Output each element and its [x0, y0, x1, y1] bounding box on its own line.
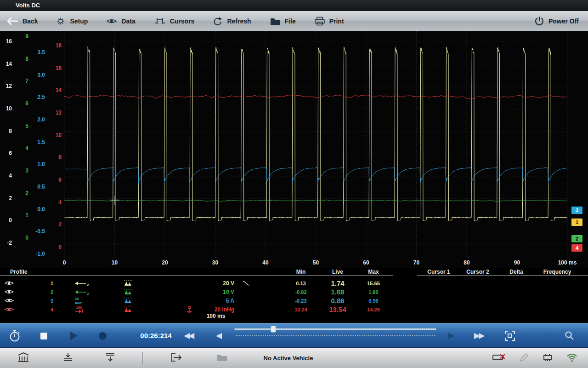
x-axis-label: 20: [151, 259, 179, 266]
x-axis-label: 0: [51, 259, 78, 266]
timer-icon[interactable]: [8, 329, 21, 344]
expand-view-icon[interactable]: [504, 330, 515, 343]
max-value: 15.65: [355, 279, 392, 288]
refresh-button[interactable]: Refresh: [213, 17, 251, 26]
active-vehicle-label: No Active Vehicle: [239, 348, 338, 368]
channel-scale[interactable]: 5 A: [198, 296, 234, 305]
scrub-track[interactable]: [234, 328, 436, 330]
channel-badge-2[interactable]: 2: [571, 235, 582, 242]
datalink-connector-icon[interactable]: [542, 353, 553, 364]
scope-plot[interactable]: [64, 31, 570, 259]
wifi-signal-icon[interactable]: [566, 352, 578, 364]
svg-text:2: 2: [87, 292, 89, 295]
live-value: 1.74: [319, 279, 356, 288]
channel-visibility-eye-icon[interactable]: [5, 296, 14, 305]
measurement-row-ch4: 4-10020 inHg13.2413.5414.28: [0, 305, 588, 314]
svg-text:-100: -100: [75, 305, 82, 310]
setup-button[interactable]: Setup: [56, 17, 88, 26]
channel-badge-1[interactable]: 1: [571, 218, 582, 226]
y-axis-label-ch3-amps: 3.5: [30, 49, 45, 56]
x-axis-label: 70: [403, 259, 430, 266]
y-axis-label-ch4-pressure: 0: [47, 244, 62, 250]
step-back-button[interactable]: ◀: [216, 331, 220, 340]
timebase-value[interactable]: 100 ms: [198, 311, 234, 320]
zoom-icon[interactable]: [564, 330, 575, 343]
max-value: 14.28: [355, 305, 392, 314]
peak-detect-icon[interactable]: [124, 279, 132, 288]
channel-number: 2: [48, 288, 56, 296]
channel-visibility-eye-icon[interactable]: [5, 288, 14, 296]
y-axis-label-ch2-volts: 7: [14, 78, 28, 84]
exit-to-scanner-button[interactable]: [171, 353, 183, 364]
status-bar: No Active Vehicle: [0, 348, 588, 368]
file-button[interactable]: File: [270, 17, 296, 25]
power-icon: [534, 16, 544, 26]
channel-scale[interactable]: 10 V: [198, 288, 234, 296]
scope-cursor-marker[interactable]: [110, 196, 119, 205]
channel-badge-4[interactable]: 4: [571, 244, 582, 252]
live-value: 1.68: [319, 288, 356, 296]
y-axis-label-ch4-pressure: 8: [47, 154, 62, 161]
trigger-marker-icon[interactable]: 2: [74, 288, 90, 296]
y-axis-label-ch2-volts: 3: [14, 167, 28, 174]
col-header-max: Max: [355, 269, 392, 275]
save-data-button[interactable]: [62, 352, 74, 364]
channel-number: 3: [48, 296, 56, 305]
rewind-button[interactable]: ◀◀: [184, 331, 193, 340]
trigger-marker-icon[interactable]: 2: [74, 279, 90, 288]
print-button[interactable]: Print: [314, 17, 344, 26]
y-axis-label-ch2-volts: 0: [14, 235, 28, 241]
x-axis-label: 90: [503, 259, 531, 266]
power-off-button[interactable]: Power Off: [534, 16, 579, 26]
x-axis-label: 40: [252, 259, 279, 266]
trigger-marker-icon[interactable]: 20AMP: [74, 296, 90, 305]
status-divider: [142, 352, 143, 365]
back-button[interactable]: Back: [6, 17, 38, 25]
saved-files-button-disabled[interactable]: [216, 353, 228, 364]
stop-button[interactable]: [40, 333, 47, 339]
channel-visibility-eye-icon[interactable]: [5, 305, 14, 314]
battery-error-icon[interactable]: [492, 354, 506, 363]
skip-to-end-icon[interactable]: [543, 332, 551, 341]
cursors-label: Cursors: [170, 17, 195, 25]
fast-forward-button[interactable]: ▶▶: [474, 331, 483, 340]
trigger-marker-icon[interactable]: -100: [74, 305, 90, 314]
peak-detect-icon[interactable]: [124, 296, 132, 305]
measurement-row-ch2: 2210 V-0.821.681.80: [0, 288, 588, 296]
step-forward-button[interactable]: ▶: [448, 331, 453, 340]
channel-visibility-eye-icon[interactable]: [5, 279, 14, 288]
svg-text:AMP: AMP: [75, 301, 82, 305]
y-axis-label-ch3-amps: 1.5: [30, 139, 45, 145]
y-axis-label-ch2-volts: 4: [14, 145, 28, 151]
data-button[interactable]: Data: [106, 17, 135, 25]
play-button[interactable]: [70, 331, 78, 340]
playback-bar: 00:26:214 ◀◀ ◀ ▶ ▶▶: [0, 323, 588, 348]
setup-label: Setup: [70, 17, 88, 25]
load-data-button[interactable]: [105, 352, 116, 364]
y-axis-label-ch1-volts: 4: [0, 172, 12, 179]
y-axis-label-ch1-volts: 10: [0, 105, 12, 112]
printer-icon: [314, 17, 325, 26]
peak-detect-icon[interactable]: [124, 288, 132, 296]
y-axis-label-ch4-pressure: 12: [47, 109, 62, 116]
home-button[interactable]: [17, 352, 29, 364]
x-axis-label: 30: [202, 259, 229, 266]
y-axis-label-ch3-amps: 2.5: [30, 94, 45, 100]
scope-area: 1614121086420-298765432103.53.02.52.01.5…: [0, 31, 588, 259]
y-axis-label-ch4-pressure: 14: [47, 87, 62, 93]
col-header-profile: Profile: [10, 269, 27, 275]
measurement-row-ch1: 1220 V0.131.7415.65: [0, 279, 588, 288]
y-axis-label-ch1-volts: -2: [0, 240, 12, 246]
refresh-icon: [213, 17, 223, 26]
x-axis-label: 10: [101, 259, 129, 266]
scrub-tick-marks: [236, 335, 435, 336]
x-axis: 0102030405060708090100 ms: [0, 259, 588, 268]
cursors-button[interactable]: Cursors: [154, 17, 195, 25]
peak-detect-icon[interactable]: [124, 305, 132, 314]
refresh-label: Refresh: [227, 17, 251, 25]
y-axis-label-ch4-pressure: 2: [47, 221, 62, 228]
record-button[interactable]: [99, 332, 107, 340]
scrub-thumb[interactable]: [271, 326, 276, 333]
channel-badge-3[interactable]: 3: [571, 207, 582, 214]
channel-scale[interactable]: 20 V: [198, 279, 234, 288]
